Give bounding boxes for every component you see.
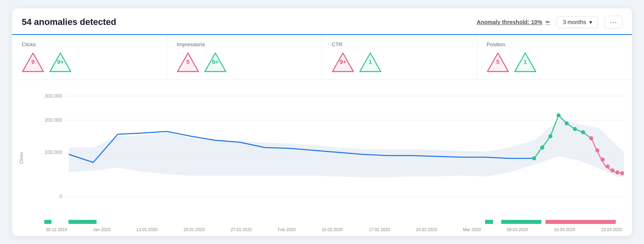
badge-ctr-red-value: 9+ xyxy=(339,58,346,65)
edit-icon[interactable]: ✏ xyxy=(545,19,550,25)
x-label-12: 23.03.2020 xyxy=(601,227,622,232)
anomaly-bar-green-1 xyxy=(44,220,52,224)
x-label-2: 13.01.2020 xyxy=(136,227,158,232)
badge-position-red-value: 5 xyxy=(496,58,500,65)
time-range-dropdown[interactable]: 3 months ▾ xyxy=(557,16,598,28)
threshold-label: Anomaly threshold: 10% ✏ xyxy=(477,19,550,25)
badge-ctr-green-value: 1 xyxy=(369,58,372,65)
svg-point-19 xyxy=(548,134,552,138)
svg-text:0: 0 xyxy=(60,194,62,199)
page-title: 54 anomalies detected xyxy=(22,17,116,27)
badge-impressions-green[interactable]: 9+ xyxy=(204,51,227,72)
badge-impressions-green-value: 9+ xyxy=(212,58,219,65)
badge-position-green-value: 1 xyxy=(524,58,527,65)
metric-clicks-badges: 9 9+ xyxy=(22,51,157,72)
svg-point-21 xyxy=(565,121,569,125)
time-range-label: 3 months xyxy=(563,19,586,25)
badge-position-green[interactable]: 1 xyxy=(514,51,537,72)
threshold-text: Anomaly threshold: xyxy=(477,19,531,25)
x-label-8: 24.02.2020 xyxy=(416,227,437,232)
anomaly-bars xyxy=(44,219,624,225)
metric-impressions: Impressions 5 9+ xyxy=(167,35,322,80)
metric-impressions-badges: 5 9+ xyxy=(177,51,312,72)
badge-position-red[interactable]: 5 xyxy=(487,51,509,72)
metric-ctr-badges: 9+ 1 xyxy=(332,51,467,72)
x-axis-labels: 30.12.2019 Jan 2020 13.01.2020 20.01.202… xyxy=(44,227,624,232)
svg-point-28 xyxy=(611,168,615,172)
svg-point-29 xyxy=(615,170,619,174)
svg-point-27 xyxy=(605,164,609,168)
svg-point-24 xyxy=(589,136,593,140)
x-label-4: 27.01.2020 xyxy=(231,227,252,232)
anomaly-bar-green-2 xyxy=(68,220,97,224)
svg-text:200,000: 200,000 xyxy=(45,117,62,123)
chevron-down-icon: ▾ xyxy=(589,19,592,25)
card-header: 54 anomalies detected Anomaly threshold:… xyxy=(12,8,632,35)
badge-ctr-red[interactable]: 9+ xyxy=(332,51,354,72)
svg-point-20 xyxy=(557,113,561,117)
anomaly-bar-red-1 xyxy=(545,220,616,224)
anomaly-bar-green-3 xyxy=(485,220,493,224)
anomaly-bar-green-4 xyxy=(501,220,541,224)
anomaly-card: 54 anomalies detected Anomaly threshold:… xyxy=(12,8,632,236)
x-label-3: 20.01.2020 xyxy=(184,227,205,232)
x-label-7: 17.02.2020 xyxy=(369,227,390,232)
metric-position-label: Position xyxy=(487,41,622,47)
chart-container: 300,000 200,000 100,000 0 xyxy=(44,88,624,232)
metric-clicks-label: Clicks xyxy=(22,41,157,47)
badge-impressions-red-value: 5 xyxy=(186,58,190,65)
x-label-6: 10.02.2020 xyxy=(322,227,343,232)
svg-point-17 xyxy=(532,156,536,160)
metric-impressions-label: Impressions xyxy=(177,41,312,47)
metric-position: Position 5 1 xyxy=(477,35,632,80)
metrics-row: Clicks 9 9+ Impressions xyxy=(12,35,632,80)
badge-clicks-green[interactable]: 9+ xyxy=(49,51,72,72)
svg-point-23 xyxy=(581,130,585,134)
svg-point-26 xyxy=(601,158,605,162)
header-controls: Anomaly threshold: 10% ✏ 3 months ▾ ⋯ xyxy=(477,16,622,29)
badge-clicks-red[interactable]: 9 xyxy=(22,51,44,72)
badge-ctr-green[interactable]: 1 xyxy=(359,51,382,72)
metric-position-badges: 5 1 xyxy=(487,51,622,72)
metric-clicks: Clicks 9 9+ xyxy=(12,35,167,80)
threshold-value: 10% xyxy=(531,19,542,25)
chart-svg: 300,000 200,000 100,000 0 xyxy=(44,88,624,217)
svg-text:300,000: 300,000 xyxy=(45,93,62,99)
badge-clicks-green-value: 9+ xyxy=(57,58,64,65)
y-axis-label: Clicks xyxy=(19,152,24,164)
svg-point-22 xyxy=(573,127,577,131)
svg-point-25 xyxy=(595,148,599,152)
metric-ctr-label: CTR xyxy=(332,41,467,47)
x-label-5: Feb 2020 xyxy=(278,227,295,232)
badge-impressions-red[interactable]: 5 xyxy=(177,51,199,72)
x-label-10: 09.03.2020 xyxy=(507,227,528,232)
more-options-button[interactable]: ⋯ xyxy=(605,16,622,29)
badge-clicks-red-value: 9 xyxy=(31,58,35,65)
svg-text:100,000: 100,000 xyxy=(45,150,62,155)
x-label-0: 30.12.2019 xyxy=(46,227,67,232)
svg-point-18 xyxy=(540,146,544,150)
metric-ctr: CTR 9+ 1 xyxy=(322,35,477,80)
x-label-11: 16.03.2020 xyxy=(554,227,575,232)
chart-area: Clicks 300,000 200,000 100,000 0 xyxy=(12,80,632,236)
x-label-1: Jan 2020 xyxy=(93,227,110,232)
x-label-9: Mar 2020 xyxy=(463,227,481,232)
